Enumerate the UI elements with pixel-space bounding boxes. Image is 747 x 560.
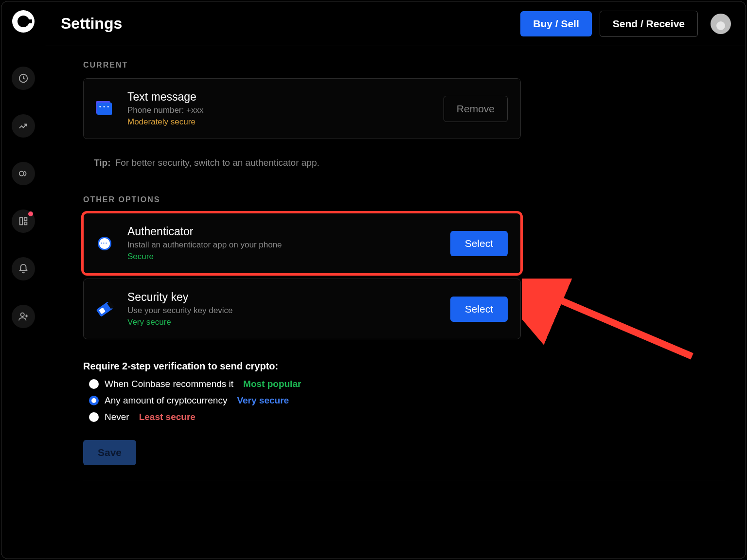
radio-icon[interactable]: [89, 412, 99, 422]
radio-tag: Most popular: [243, 379, 301, 389]
save-button[interactable]: Save: [83, 440, 136, 465]
authenticator-card: Authenticator Install an authenticator a…: [83, 213, 521, 274]
key-title: Security key: [127, 291, 450, 304]
coinbase-logo[interactable]: [12, 10, 35, 33]
svg-rect-3: [24, 218, 27, 221]
notification-dot: [28, 211, 33, 216]
radio-label: When Coinbase recommends it: [105, 379, 233, 389]
sidebar: [1, 1, 45, 559]
radio-icon[interactable]: [89, 396, 99, 405]
svg-point-5: [20, 313, 24, 316]
radio-tag: Least secure: [139, 412, 196, 422]
auth-title: Authenticator: [127, 225, 450, 238]
current-title: Text message: [127, 90, 444, 104]
nav-dashboard-icon[interactable]: [12, 210, 35, 233]
select-authenticator-button[interactable]: Select: [450, 231, 508, 256]
current-section-label: CURRENT: [83, 61, 726, 70]
page-title: Settings: [61, 15, 520, 33]
security-key-icon: [96, 301, 113, 317]
svg-rect-2: [19, 218, 22, 225]
remove-button[interactable]: Remove: [444, 96, 508, 122]
authenticator-icon: [96, 235, 113, 252]
tip-label: Tip:: [94, 158, 110, 168]
current-method-card: Text message Phone number: +xxx Moderate…: [83, 78, 521, 139]
divider: [83, 480, 725, 480]
send-receive-button[interactable]: Send / Receive: [600, 11, 698, 37]
current-security-badge: Moderately secure: [127, 117, 444, 127]
nav-home-icon[interactable]: [12, 67, 35, 90]
select-security-key-button[interactable]: Select: [450, 297, 508, 322]
key-sub: Use your security key device: [127, 306, 450, 315]
nav-notifications-icon[interactable]: [12, 257, 35, 280]
auth-security-badge: Secure: [127, 252, 450, 262]
svg-point-1: [19, 171, 23, 175]
security-key-card: Security key Use your security key devic…: [83, 279, 521, 339]
svg-rect-4: [24, 222, 27, 225]
radio-option-any-amount[interactable]: Any amount of cryptocurrency Very secure: [89, 395, 726, 406]
radio-option-recommended[interactable]: When Coinbase recommends it Most popular: [89, 379, 726, 389]
buy-sell-button[interactable]: Buy / Sell: [520, 11, 592, 36]
auth-sub: Install an authenticator app on your pho…: [127, 240, 450, 250]
nav-invite-icon[interactable]: [12, 305, 35, 328]
require-2fa-title: Require 2-step verification to send cryp…: [83, 361, 726, 372]
sms-icon: [96, 101, 113, 117]
radio-tag: Very secure: [237, 395, 289, 406]
avatar[interactable]: [711, 14, 731, 34]
radio-label: Never: [105, 412, 129, 422]
other-options-label: OTHER OPTIONS: [83, 195, 726, 204]
key-security-badge: Very secure: [127, 317, 450, 327]
header: Settings Buy / Sell Send / Receive: [45, 1, 746, 46]
nav-trending-icon[interactable]: [12, 114, 35, 138]
radio-option-never[interactable]: Never Least secure: [89, 412, 726, 422]
tip-text: For better security, switch to an authen…: [115, 158, 320, 168]
radio-label: Any amount of cryptocurrency: [105, 395, 227, 406]
nav-explore-icon[interactable]: [12, 162, 35, 185]
current-sub: Phone number: +xxx: [127, 105, 444, 115]
radio-icon[interactable]: [89, 379, 99, 389]
content: CURRENT Text message Phone number: +xxx …: [45, 46, 746, 559]
tip-row: Tip: For better security, switch to an a…: [94, 158, 726, 168]
